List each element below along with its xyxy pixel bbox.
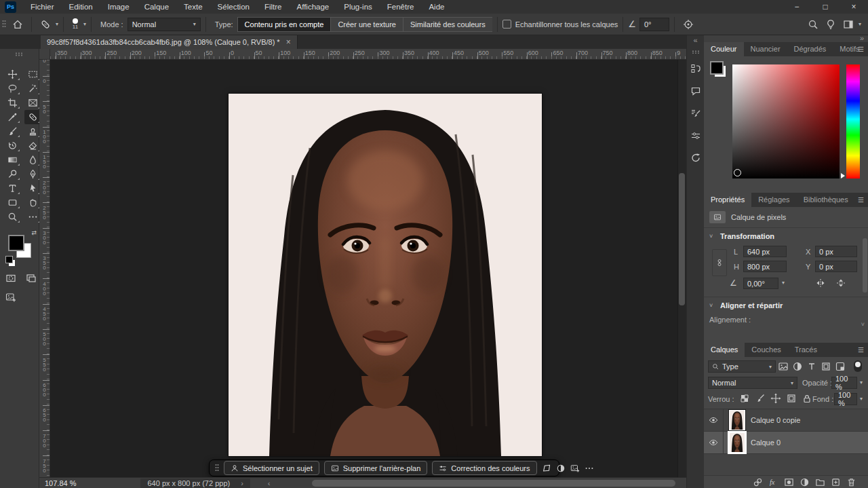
filter-toggle[interactable] xyxy=(854,360,862,372)
eyedropper-tool[interactable] xyxy=(4,110,20,124)
blend-mode-select[interactable]: Normal▾ xyxy=(708,377,797,389)
search-icon[interactable] xyxy=(804,16,822,33)
collapse-to-icons-icon[interactable]: » xyxy=(860,34,864,42)
strip-drag-handle[interactable] xyxy=(692,50,700,54)
link-layers-icon[interactable] xyxy=(753,477,763,487)
close-tab-icon[interactable]: × xyxy=(286,37,291,47)
clone-stamp-tool[interactable] xyxy=(24,124,41,138)
taskbar-drag-handle[interactable] xyxy=(215,464,219,472)
blur-tool[interactable] xyxy=(24,153,41,167)
color-field-marker[interactable] xyxy=(734,169,741,176)
section-chevron-icon[interactable]: ˅ xyxy=(709,302,713,309)
quick-selection-tool[interactable] xyxy=(24,81,41,96)
brushes-panel-button[interactable] xyxy=(690,107,702,119)
menu-fichier[interactable]: Fichier xyxy=(23,0,62,14)
chevron-down-icon[interactable]: ▾ xyxy=(83,21,86,27)
menu-aide[interactable]: Aide xyxy=(421,0,452,14)
fill-input[interactable]: 100 % xyxy=(834,393,857,405)
y-input[interactable]: 0 px xyxy=(815,261,857,272)
tab-proprietes[interactable]: Propriétés xyxy=(704,193,751,207)
filter-smart-object-icon[interactable] xyxy=(835,361,846,372)
home-button[interactable] xyxy=(9,16,26,33)
menu-filtre[interactable]: Filtre xyxy=(257,0,290,14)
swap-colors-icon[interactable]: ⇄ xyxy=(31,229,37,236)
hue-slider-marker[interactable] xyxy=(841,173,845,179)
spot-healing-brush-tool[interactable] xyxy=(24,110,41,124)
filter-pixel-layer-icon[interactable] xyxy=(778,361,789,372)
type-similarite-des-couleurs-button[interactable]: Similarité des couleurs xyxy=(403,17,492,32)
marquee-tool[interactable] xyxy=(24,67,41,81)
filter-type-layer-icon[interactable] xyxy=(806,361,817,372)
select-subject-button[interactable]: Sélectionner un sujet xyxy=(224,461,319,475)
lock-image-pixels-icon[interactable] xyxy=(755,393,766,404)
mini-foreground-swatch[interactable] xyxy=(710,61,724,75)
layer-filter-select[interactable]: Type ▾ xyxy=(708,360,776,373)
brush-size-preview[interactable]: 11 xyxy=(68,18,82,30)
lock-artboard-icon[interactable] xyxy=(786,393,797,404)
history-panel-button[interactable] xyxy=(690,62,702,75)
menu-selection[interactable]: Sélection xyxy=(210,0,257,14)
tab-reglages[interactable]: Réglages xyxy=(751,193,796,207)
quick-mask-icon[interactable] xyxy=(5,273,16,284)
scroll-left-icon[interactable]: ‹ xyxy=(268,479,271,487)
vertical-ruler[interactable]: 50 0 50 100 150 200 250 300 350 400 450 … xyxy=(39,60,50,477)
shape-tool[interactable] xyxy=(4,195,20,210)
tab-degrades[interactable]: Dégradés xyxy=(787,42,833,56)
angle-input[interactable]: 0° xyxy=(639,18,669,31)
panel-menu-icon[interactable]: ☰ xyxy=(858,343,864,357)
vertical-scrollbar[interactable] xyxy=(677,60,686,477)
collapse-panels-icon[interactable]: « xyxy=(687,35,704,45)
document-canvas[interactable] xyxy=(229,94,542,456)
hue-slider[interactable] xyxy=(846,64,860,179)
flip-horizontal-icon[interactable] xyxy=(815,278,826,288)
zoom-tool[interactable] xyxy=(4,210,20,224)
menu-affichage[interactable]: Affichage xyxy=(289,0,336,14)
screen-mode-icon[interactable] xyxy=(26,273,37,284)
tool-presets-panel-button[interactable] xyxy=(690,130,702,142)
flip-vertical-icon[interactable] xyxy=(835,278,846,288)
panel-menu-icon[interactable]: ☰ xyxy=(858,193,864,207)
menu-calque[interactable]: Calque xyxy=(137,0,176,14)
share-image-icon[interactable] xyxy=(5,292,39,303)
zoom-level[interactable]: 107.84 % xyxy=(45,479,76,487)
layer-thumbnail[interactable] xyxy=(729,410,745,430)
menu-plug-ins[interactable]: Plug-ins xyxy=(336,0,380,14)
crop-tool[interactable] xyxy=(4,96,20,110)
type-creer-une-texture-button[interactable]: Créer une texture xyxy=(330,17,403,32)
minimize-button[interactable]: − xyxy=(783,0,811,14)
eraser-tool[interactable] xyxy=(24,138,41,153)
link-dimensions-icon[interactable] xyxy=(712,249,727,276)
workspace-switcher-icon[interactable] xyxy=(840,16,857,33)
gradient-tool[interactable] xyxy=(4,153,20,167)
delete-layer-icon[interactable] xyxy=(846,477,856,487)
layer-row-calque-0-copie[interactable]: Calque 0 copie xyxy=(704,409,868,432)
menu-image[interactable]: Image xyxy=(100,0,137,14)
adjustment-icon[interactable] xyxy=(556,462,566,474)
foreground-color-swatch[interactable] xyxy=(8,235,24,251)
mode-select[interactable]: Normal▾ xyxy=(127,18,201,31)
new-adjustment-layer-icon[interactable] xyxy=(800,477,810,487)
layer-row-calque-0[interactable]: Calque 0 xyxy=(704,432,868,454)
layer-visibility-toggle[interactable] xyxy=(704,432,724,453)
status-expand-icon[interactable]: › xyxy=(241,479,243,487)
vertical-scrollbar-thumb[interactable] xyxy=(679,173,685,305)
add-image-icon[interactable] xyxy=(570,462,580,474)
opacity-input[interactable]: 100 % xyxy=(831,377,857,389)
frame-tool[interactable] xyxy=(24,96,41,110)
new-layer-icon[interactable] xyxy=(831,477,841,487)
color-correction-button[interactable]: Correction des couleurs xyxy=(432,461,536,475)
lock-transparent-pixels-icon[interactable] xyxy=(739,393,750,404)
chevron-down-icon[interactable]: ▾ xyxy=(860,379,863,386)
current-tool-icon[interactable] xyxy=(37,16,54,33)
path-selection-tool[interactable] xyxy=(24,181,41,195)
more-options-icon[interactable] xyxy=(585,462,594,474)
color-field[interactable] xyxy=(732,64,840,179)
pen-tool[interactable] xyxy=(24,167,41,181)
chevron-down-icon[interactable]: ▾ xyxy=(859,21,861,27)
document-tab[interactable]: 99c8f57f8d4361da3fb84ccb6cab4fb6.jpg @ 1… xyxy=(41,35,298,49)
rotation-input[interactable]: 0,00° xyxy=(743,278,778,289)
horizontal-scrollbar-thumb[interactable] xyxy=(312,480,675,487)
type-contenu-pris-en-compte-button[interactable]: Contenu pris en compte xyxy=(237,17,331,32)
transform-icon[interactable] xyxy=(542,462,551,474)
panel-scrollbar-thumb[interactable] xyxy=(863,238,867,293)
